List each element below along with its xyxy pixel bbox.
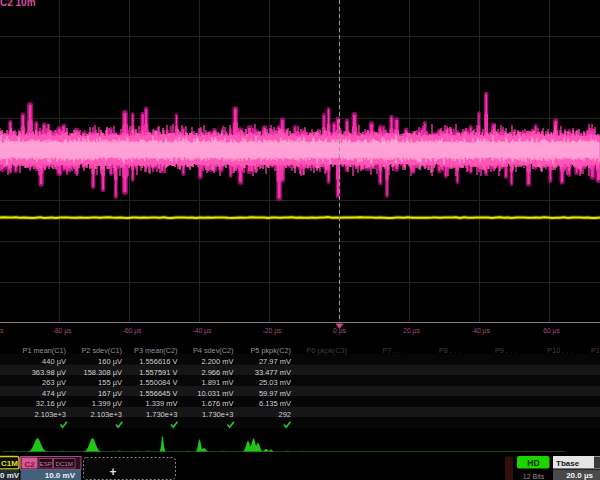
svg-text:0 µs: 0 µs <box>333 327 346 335</box>
svg-text:12 Bits: 12 Bits <box>523 473 545 480</box>
svg-text:60 µs: 60 µs <box>543 327 560 335</box>
svg-text:-20 µs: -20 µs <box>263 327 282 335</box>
svg-text:1.891 mV: 1.891 mV <box>201 378 233 387</box>
svg-text:2.966 mV: 2.966 mV <box>201 368 233 377</box>
svg-text:1.556645 V: 1.556645 V <box>139 389 177 398</box>
svg-text:Tbase: Tbase <box>556 459 580 468</box>
svg-text:C1M: C1M <box>1 459 18 468</box>
svg-text:40 µs: 40 µs <box>473 327 490 335</box>
svg-text:20 µs: 20 µs <box>403 327 420 335</box>
svg-text:27.97 mV: 27.97 mV <box>259 357 291 366</box>
svg-text:1.557591 V: 1.557591 V <box>139 368 177 377</box>
svg-text:155 µV: 155 µV <box>98 378 122 387</box>
svg-text:1.730e+3: 1.730e+3 <box>146 410 178 419</box>
svg-text:P6 pkpk(C3): P6 pkpk(C3) <box>306 346 347 355</box>
svg-text:363.98 µV: 363.98 µV <box>32 368 66 377</box>
svg-text:DC1M: DC1M <box>55 460 73 467</box>
svg-text:+: + <box>109 465 116 479</box>
svg-text:32.16 µV: 32.16 µV <box>36 399 66 408</box>
svg-text:59.97 mV: 59.97 mV <box>259 389 291 398</box>
svg-text:P10 . . .: P10 . . . <box>547 346 572 355</box>
svg-text:C2 10m: C2 10m <box>0 0 36 8</box>
svg-text:20.0 µs: 20.0 µs <box>566 471 593 480</box>
svg-text:-80 µs: -80 µs <box>53 327 72 335</box>
svg-text:160 µV: 160 µV <box>98 357 122 366</box>
svg-text:P9 . . .: P9 . . . <box>495 346 516 355</box>
svg-text:33.477 mV: 33.477 mV <box>255 368 291 377</box>
svg-text:6.135 mV: 6.135 mV <box>259 399 291 408</box>
svg-text:P3 mean(C2): P3 mean(C2) <box>134 346 177 355</box>
svg-text:P8 . . .: P8 . . . <box>439 346 460 355</box>
svg-text:P4 sdev(C2): P4 sdev(C2) <box>193 346 234 355</box>
svg-text:ESP: ESP <box>40 460 52 467</box>
svg-text:P7 . . .: P7 . . . <box>382 346 403 355</box>
svg-text:1.399 µV: 1.399 µV <box>92 399 122 408</box>
svg-text:292: 292 <box>278 410 291 419</box>
svg-text:P2 sdev(C1): P2 sdev(C1) <box>81 346 122 355</box>
svg-text:1.339 mV: 1.339 mV <box>145 399 177 408</box>
svg-text:25.03 mV: 25.03 mV <box>259 378 291 387</box>
svg-text:P5 pkpk(C2): P5 pkpk(C2) <box>250 346 291 355</box>
svg-text:2.103e+3: 2.103e+3 <box>91 410 123 419</box>
svg-text:158.308 µV: 158.308 µV <box>83 368 122 377</box>
svg-text:440 µV: 440 µV <box>42 357 66 366</box>
svg-text:C2: C2 <box>24 460 35 469</box>
svg-text:474 µV: 474 µV <box>42 389 66 398</box>
svg-text:0 mV: 0 mV <box>0 471 20 480</box>
svg-text:10.031 mV: 10.031 mV <box>197 389 233 398</box>
svg-text:263 µV: 263 µV <box>42 378 66 387</box>
svg-text:HD: HD <box>527 458 539 468</box>
svg-text:-40 µs: -40 µs <box>193 327 212 335</box>
svg-text:P1: P1 <box>591 346 600 355</box>
svg-text:1.550084 V: 1.550084 V <box>139 378 177 387</box>
svg-text:2.200 mV: 2.200 mV <box>201 357 233 366</box>
svg-text:P1 mean(C1): P1 mean(C1) <box>23 346 66 355</box>
svg-text:10.0 mV: 10.0 mV <box>45 471 76 480</box>
svg-text:2.103e+3: 2.103e+3 <box>35 410 67 419</box>
svg-text:-60 µs: -60 µs <box>123 327 142 335</box>
svg-text:1.730e+3: 1.730e+3 <box>202 410 234 419</box>
svg-text:167 µV: 167 µV <box>98 389 122 398</box>
svg-text:1.556616 V: 1.556616 V <box>139 357 177 366</box>
svg-text:1.676 mV: 1.676 mV <box>201 399 233 408</box>
